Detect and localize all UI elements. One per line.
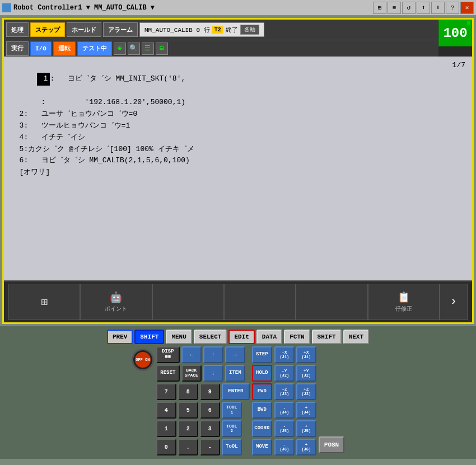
enter-key[interactable]: ENTER (222, 383, 250, 400)
fn-empty1 (152, 284, 224, 320)
kb-row6: 0 . - ToOL (156, 439, 250, 455)
j5-pos-key[interactable]: +(J5) (296, 420, 316, 437)
minus-key[interactable]: - (200, 439, 220, 455)
fn-correction-btn[interactable]: 📋 仔修正 (368, 284, 440, 320)
shori-btn[interactable]: 処理 (6, 22, 29, 37)
kb-row4: 4 5 6 TOOL1 (156, 402, 250, 419)
j6-neg-key[interactable]: -(J6) (274, 439, 295, 455)
grid-icon: ⊞ (41, 295, 48, 309)
jikko-btn[interactable]: 実行 (6, 41, 29, 56)
correction-icon: 📋 (398, 291, 410, 303)
num6-key[interactable]: 6 (200, 402, 220, 419)
prev-key[interactable]: PREV (107, 330, 133, 344)
edit-key[interactable]: EDIt (228, 330, 254, 344)
step-key[interactable]: STEP (252, 346, 272, 363)
help-btn[interactable]: ? (446, 2, 459, 14)
fn-next-icon: › (450, 295, 457, 309)
upload-btn[interactable]: ⬆ (417, 2, 430, 14)
num7-key[interactable]: 7 (156, 383, 176, 400)
fkey-row: PREV SHIFT MENU SELECT EDIt DATA FCTN SH… (0, 330, 476, 344)
menu-key[interactable]: MENU (166, 330, 192, 344)
next-key[interactable]: NEXT (343, 330, 369, 344)
j3-neg-key[interactable]: -Z(J3) (274, 383, 295, 400)
window-controls: ⊞ ≡ ↺ ⬆ ⬇ ? ✕ (373, 2, 474, 14)
dot-key[interactable]: . (178, 439, 198, 455)
off-on-indicator: OFF ON (135, 352, 151, 368)
fn-robot-btn[interactable]: 🤖 ポイント (80, 284, 152, 320)
alarm-btn[interactable]: アラーム (103, 22, 138, 37)
list-view-btn[interactable]: ≡ (388, 2, 401, 14)
j5-neg-key[interactable]: -(J5) (274, 420, 295, 437)
coord-key[interactable]: COORD (252, 420, 272, 437)
tool1-key[interactable]: TOOL1 (222, 402, 242, 419)
code-line-2: 2: ユーサ゛ヒョウパンコ゛ウ=0 (11, 109, 465, 120)
j2-pos-key[interactable]: +Y(J2) (296, 365, 316, 382)
step-btn[interactable]: ステップ (30, 22, 65, 37)
num5-key[interactable]: 5 (178, 402, 198, 419)
num8-key[interactable]: 8 (178, 383, 198, 400)
line-num-highlight: 1 (37, 73, 50, 86)
io-btn[interactable]: I/O (30, 41, 52, 56)
kb-col-mid: STEP HOLD FWD BWD COORD MOVE (252, 346, 272, 455)
keyboard-area: PREV SHIFT MENU SELECT EDIt DATA FCTN SH… (0, 326, 476, 459)
download-btn[interactable]: ⬇ (431, 2, 445, 14)
reset-key[interactable]: RESET (156, 365, 180, 382)
num1-key[interactable]: 1 (156, 420, 176, 437)
fn-grid-btn[interactable]: ⊞ (8, 284, 80, 320)
code-line-cont: : '192.168.1.20',50000,1) (11, 97, 465, 109)
j4-neg-key[interactable]: -(J4) (274, 402, 295, 419)
j2-neg-key[interactable]: -Y(J2) (274, 365, 295, 382)
select-key[interactable]: SELECT (194, 330, 227, 344)
j3-row: -Z(J3) +Z(J3) (274, 383, 316, 400)
arrow-up-key[interactable]: ↑ (203, 346, 223, 363)
item-key[interactable]: ITEM (225, 365, 245, 382)
j6-pos-key[interactable]: +(J6) (296, 439, 316, 455)
fwd-key[interactable]: FWD (252, 383, 272, 400)
num3-key[interactable]: 3 (200, 420, 220, 437)
zoom-plus-icon[interactable]: ⊕ (114, 43, 126, 55)
off-on-btn[interactable]: OFF ON (132, 349, 154, 371)
fn-correction-label: 仔修正 (395, 305, 412, 313)
toolbar-row2: 実行 I/O 運転 テスト中 ⊕ 🔍 ☰ ⊟ (4, 40, 438, 57)
disp-key[interactable]: DISP■■ (156, 346, 180, 363)
fn-empty2 (224, 284, 296, 320)
grid-view-btn[interactable]: ⊞ (373, 2, 386, 14)
j3-pos-key[interactable]: +Z(J3) (296, 383, 316, 400)
tool-key[interactable]: ToOL (222, 439, 242, 455)
num9-key[interactable]: 9 (200, 383, 220, 400)
j2-row: -Y(J2) +Y(J2) (274, 365, 316, 382)
zoom-btn[interactable]: 🔍 (128, 43, 140, 55)
refresh-btn[interactable]: ↺ (402, 2, 416, 14)
shift-key[interactable]: SHIFT (134, 330, 164, 344)
code-line-5: 5:カクシ゛ク @イチレシ゛[100] 100% イチキ゛メ (11, 144, 465, 156)
unten-btn[interactable]: 運転 (53, 41, 76, 56)
test-btn[interactable]: テスト中 (77, 41, 112, 56)
posn-btn[interactable]: POSN (319, 436, 344, 453)
num2-key[interactable]: 2 (178, 420, 198, 437)
kb-row1: DISP■■ ← ↑ → (156, 346, 250, 363)
code-line-3: 3: ツールヒョウパンコ゛ウ=1 (11, 120, 465, 132)
data-key[interactable]: DATA (256, 330, 282, 344)
toolbar-row1: 処理 ステップ ホールド アラーム MM_AUTO_CALIB 0 行 T2 終… (4, 20, 438, 40)
fctn-key[interactable]: FCTN (284, 330, 310, 344)
j1-pos-key[interactable]: +X(J1) (296, 346, 316, 363)
tool-label-key[interactable]: TOOL2 (222, 420, 242, 437)
hold-key[interactable]: HOLD (252, 365, 272, 382)
j4-pos-key[interactable]: +(J4) (296, 402, 316, 419)
close-btn[interactable]: ✕ (460, 2, 474, 14)
robot-icon: 🤖 (110, 291, 122, 303)
fn-next-btn[interactable]: › (440, 284, 468, 320)
arrow-down-key[interactable]: ↓ (203, 365, 223, 382)
num0-key[interactable]: 0 (156, 439, 176, 455)
arrow-left-key[interactable]: ← (181, 346, 202, 363)
num4-key[interactable]: 4 (156, 402, 176, 419)
shift2-key[interactable]: SHIFT (312, 330, 342, 344)
hold-btn[interactable]: ホールド (67, 22, 101, 37)
move-key[interactable]: MOVE (252, 439, 272, 455)
backspace-key[interactable]: BACKSPACE (181, 365, 202, 382)
split-icon[interactable]: ⊟ (156, 43, 168, 55)
j1-neg-key[interactable]: -X(J1) (274, 346, 295, 363)
arrow-right-key[interactable]: → (225, 346, 245, 363)
bwd-key[interactable]: BWD (252, 402, 272, 419)
menu-icon[interactable]: ☰ (142, 43, 154, 55)
